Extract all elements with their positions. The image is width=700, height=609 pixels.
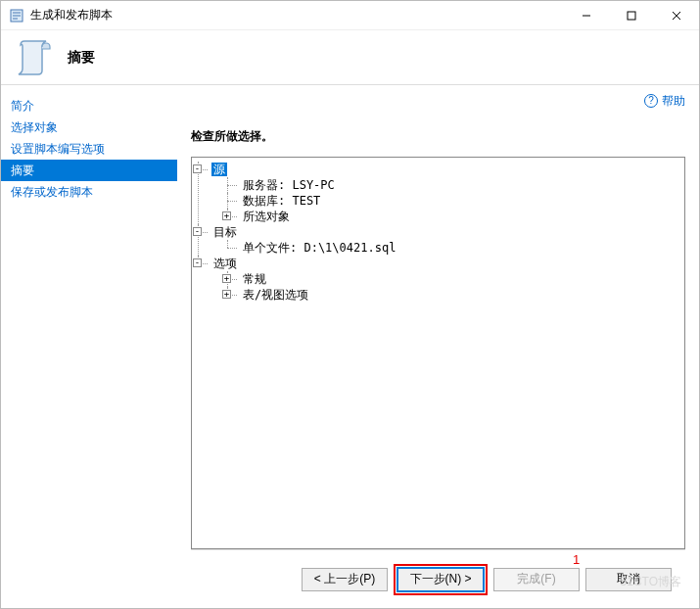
collapse-icon[interactable]: - — [193, 164, 202, 173]
tree-node-general[interactable]: + 常规 — [227, 271, 680, 287]
wizard-steps-sidebar: 简介 选择对象 设置脚本编写选项 摘要 保存或发布脚本 — [1, 85, 177, 608]
help-link[interactable]: ? 帮助 — [644, 93, 685, 110]
expand-icon[interactable]: + — [222, 211, 231, 220]
expand-icon[interactable]: + — [222, 290, 231, 299]
tree-label-general: 常规 — [241, 272, 268, 286]
close-button[interactable] — [654, 1, 699, 30]
page-title: 摘要 — [68, 49, 95, 67]
tree-node-database[interactable]: 数据库: TEST — [227, 193, 680, 209]
titlebar: 生成和发布脚本 — [1, 1, 699, 30]
annotation-1: 1 — [573, 552, 580, 567]
tree-label-target: 目标 — [211, 225, 239, 239]
summary-tree-pane[interactable]: - 源 服务器: LSY-PC 数据库: TEST + — [191, 157, 685, 549]
tree-label-server: 服务器: LSY-PC — [241, 178, 337, 192]
tree-node-options[interactable]: - 选项 + 常规 + 表/视图选项 — [198, 256, 680, 303]
collapse-icon[interactable]: - — [193, 258, 202, 267]
wizard-body: 简介 选择对象 设置脚本编写选项 摘要 保存或发布脚本 ? 帮助 检查所做选择。… — [1, 85, 699, 608]
wizard-window: 生成和发布脚本 摘要 简介 选择对象 设置脚本编写选项 摘要 — [0, 0, 700, 609]
tree-label-selected-objects: 所选对象 — [241, 210, 292, 223]
app-icon — [9, 8, 24, 23]
annotation-highlight: 下一步(N) > — [394, 564, 488, 595]
scroll-icon — [13, 37, 54, 78]
instruction-text: 检查所做选择。 — [191, 128, 685, 145]
watermark: 51CTO博客 — [621, 574, 681, 590]
content-pane: ? 帮助 检查所做选择。 - 源 服务器: LSY-PC — [177, 85, 699, 608]
tree-node-table-view-options[interactable]: + 表/视图选项 — [227, 287, 680, 303]
tree-label-table-view: 表/视图选项 — [241, 288, 310, 302]
wizard-header: 摘要 — [1, 30, 699, 85]
window-controls — [564, 1, 699, 30]
minimize-button[interactable] — [564, 1, 609, 30]
next-button[interactable]: 下一步(N) > — [397, 568, 484, 591]
tree-node-server[interactable]: 服务器: LSY-PC — [227, 177, 680, 193]
tree-node-selected-objects[interactable]: + 所选对象 — [227, 209, 680, 224]
summary-tree: - 源 服务器: LSY-PC 数据库: TEST + — [196, 162, 680, 303]
expand-icon[interactable]: + — [222, 274, 231, 283]
tree-node-single-file[interactable]: 单个文件: D:\1\0421.sql — [227, 240, 680, 256]
svg-rect-2 — [628, 12, 635, 20]
tree-label-database: 数据库: TEST — [241, 194, 322, 208]
collapse-icon[interactable]: - — [193, 227, 202, 236]
sidebar-item-save-publish[interactable]: 保存或发布脚本 — [1, 181, 177, 203]
help-icon: ? — [644, 94, 658, 108]
tree-node-source[interactable]: - 源 服务器: LSY-PC 数据库: TEST + — [198, 162, 680, 224]
sidebar-item-set-scripting-options[interactable]: 设置脚本编写选项 — [1, 138, 177, 160]
help-row: ? 帮助 — [191, 91, 685, 111]
tree-node-target[interactable]: - 目标 单个文件: D:\1\0421.sql — [198, 224, 680, 256]
sidebar-item-choose-objects[interactable]: 选择对象 — [1, 117, 177, 138]
wizard-footer: 1 < 上一步(P) 下一步(N) > 完成(F) 取消 51CTO博客 — [191, 549, 685, 608]
help-label: 帮助 — [662, 93, 685, 110]
tree-label-options: 选项 — [211, 257, 239, 270]
window-title: 生成和发布脚本 — [30, 7, 564, 23]
tree-label-source[interactable]: 源 — [211, 163, 227, 176]
sidebar-item-intro[interactable]: 简介 — [1, 95, 177, 117]
maximize-button[interactable] — [609, 1, 654, 30]
prev-button[interactable]: < 上一步(P) — [302, 568, 388, 591]
finish-button: 完成(F) — [493, 568, 580, 591]
tree-label-single-file: 单个文件: D:\1\0421.sql — [241, 241, 397, 255]
sidebar-item-summary[interactable]: 摘要 — [1, 160, 177, 181]
